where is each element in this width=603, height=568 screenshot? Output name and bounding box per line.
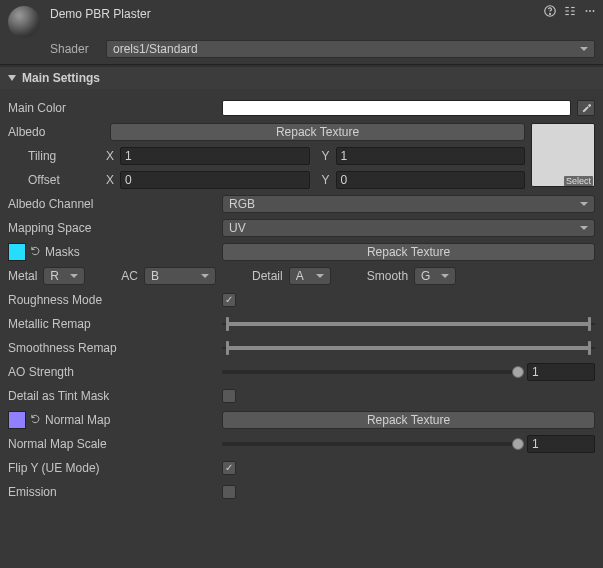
- roughness-mode-label: Roughness Mode: [8, 293, 216, 307]
- normal-scale-label: Normal Map Scale: [8, 437, 216, 451]
- section-header-main-settings[interactable]: Main Settings: [0, 67, 603, 89]
- flip-y-label: Flip Y (UE Mode): [8, 461, 216, 475]
- repack-texture-normal-button[interactable]: Repack Texture: [222, 411, 595, 429]
- emission-label: Emission: [8, 485, 216, 499]
- albedo-channel-label: Albedo Channel: [8, 197, 216, 211]
- main-color-swatch[interactable]: [222, 100, 571, 116]
- tiling-x-label: X: [100, 149, 114, 163]
- tiling-y-label: Y: [316, 149, 330, 163]
- help-icon[interactable]: [543, 4, 557, 21]
- smoothness-remap-label: Smoothness Remap: [8, 341, 216, 355]
- tiling-x-field[interactable]: 1: [120, 147, 310, 165]
- detail-channel-dropdown[interactable]: A: [289, 267, 331, 285]
- preset-icon[interactable]: [563, 4, 577, 21]
- material-preview-sphere: [8, 6, 40, 38]
- svg-point-8: [586, 10, 588, 12]
- tiling-y-field[interactable]: 1: [336, 147, 526, 165]
- albedo-texture-slot[interactable]: Select: [531, 123, 595, 187]
- flip-y-checkbox[interactable]: [222, 461, 236, 475]
- masks-label: Masks: [45, 245, 80, 259]
- metallic-remap-label: Metallic Remap: [8, 317, 216, 331]
- svg-rect-3: [571, 7, 575, 8]
- metallic-remap-range[interactable]: [222, 315, 595, 333]
- eyedropper-button[interactable]: [577, 100, 595, 116]
- material-title: Demo PBR Plaster: [50, 6, 597, 21]
- mapping-space-label: Mapping Space: [8, 221, 216, 235]
- texture-select-label: Select: [564, 176, 593, 186]
- main-color-label: Main Color: [8, 101, 216, 115]
- emission-checkbox[interactable]: [222, 485, 236, 499]
- masks-color-swatch[interactable]: [8, 243, 26, 261]
- albedo-channel-dropdown[interactable]: RGB: [222, 195, 595, 213]
- ao-strength-slider[interactable]: [222, 363, 521, 381]
- ac-channel-dropdown[interactable]: B: [144, 267, 216, 285]
- reset-icon[interactable]: [30, 413, 41, 427]
- svg-rect-5: [571, 10, 575, 11]
- svg-rect-4: [565, 10, 569, 11]
- ao-strength-field[interactable]: 1: [527, 363, 595, 381]
- shader-value: orels1/Standard: [113, 42, 198, 56]
- normal-color-swatch[interactable]: [8, 411, 26, 429]
- svg-point-1: [550, 13, 551, 14]
- offset-x-field[interactable]: 0: [120, 171, 310, 189]
- repack-texture-masks-button[interactable]: Repack Texture: [222, 243, 595, 261]
- offset-label: Offset: [8, 173, 94, 187]
- metal-label: Metal: [8, 269, 37, 283]
- offset-y-label: Y: [316, 173, 330, 187]
- normal-scale-field[interactable]: 1: [527, 435, 595, 453]
- tiling-label: Tiling: [8, 149, 94, 163]
- detail-tint-checkbox[interactable]: [222, 389, 236, 403]
- detail-label: Detail: [252, 269, 283, 283]
- section-title: Main Settings: [22, 71, 100, 85]
- svg-point-10: [593, 10, 595, 12]
- foldout-arrow-icon: [8, 75, 16, 81]
- offset-x-label: X: [100, 173, 114, 187]
- svg-rect-6: [565, 14, 569, 15]
- detail-tint-label: Detail as Tint Mask: [8, 389, 216, 403]
- material-header: Demo PBR Plaster: [0, 0, 603, 40]
- menu-icon[interactable]: [583, 4, 597, 21]
- reset-icon[interactable]: [30, 245, 41, 259]
- albedo-label: Albedo: [8, 125, 104, 139]
- smoothness-remap-range[interactable]: [222, 339, 595, 357]
- ac-label: AC: [121, 269, 138, 283]
- smooth-channel-dropdown[interactable]: G: [414, 267, 456, 285]
- roughness-mode-checkbox[interactable]: [222, 293, 236, 307]
- svg-rect-7: [571, 14, 575, 15]
- metal-channel-dropdown[interactable]: R: [43, 267, 85, 285]
- svg-point-9: [589, 10, 591, 12]
- normal-map-label: Normal Map: [45, 413, 110, 427]
- svg-rect-2: [565, 7, 569, 8]
- mapping-space-dropdown[interactable]: UV: [222, 219, 595, 237]
- shader-dropdown[interactable]: orels1/Standard: [106, 40, 595, 58]
- smooth-label: Smooth: [367, 269, 408, 283]
- normal-scale-slider[interactable]: [222, 435, 521, 453]
- shader-label: Shader: [50, 42, 94, 56]
- repack-texture-albedo-button[interactable]: Repack Texture: [110, 123, 525, 141]
- ao-strength-label: AO Strength: [8, 365, 216, 379]
- offset-y-field[interactable]: 0: [336, 171, 526, 189]
